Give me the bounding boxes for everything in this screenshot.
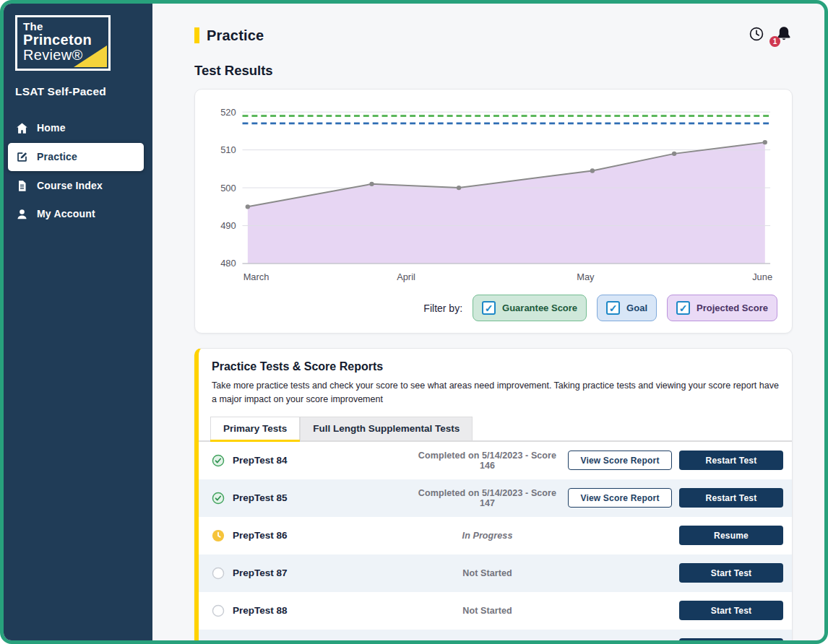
primary-action-slot: Start Test (675, 638, 783, 640)
restart-test-button[interactable]: Restart Test (679, 451, 783, 470)
view-score-report-button[interactable]: View Score Report (568, 451, 672, 470)
test-name-cell: PrepTest 86 (212, 529, 414, 542)
secondary-action-slot: View Score Report (561, 451, 672, 470)
title-accent-bar (194, 27, 199, 43)
view-score-report-button[interactable]: View Score Report (568, 488, 672, 508)
test-name: PrepTest 84 (233, 455, 288, 466)
test-name: PrepTest 86 (233, 530, 288, 541)
start-test-button[interactable]: Start Test (679, 638, 783, 640)
practice-icon (15, 150, 29, 164)
svg-text:490: 490 (220, 220, 236, 231)
product-title: LSAT Self-Paced (15, 85, 141, 98)
practice-tests-description: Take more practice tests and check your … (212, 379, 779, 406)
notification-badge: 1 (769, 36, 780, 47)
sidebar-item-label: Course Index (37, 180, 103, 191)
start-test-button[interactable]: Start Test (679, 601, 783, 620)
filter-projected-score[interactable]: ✓Projected Score (667, 295, 777, 321)
test-status: Not Started (417, 606, 558, 616)
practice-tests-card: Practice Tests & Score Reports Take more… (194, 348, 793, 640)
restart-test-button[interactable]: Restart Test (679, 488, 783, 508)
sidebar-item-label: My Account (37, 208, 95, 219)
home-icon (15, 121, 29, 135)
history-clock-icon[interactable] (749, 26, 764, 45)
status-not-started-icon (212, 567, 225, 580)
page-title: Practice (207, 27, 264, 44)
sidebar-item-my-account[interactable]: My Account (4, 200, 152, 228)
svg-text:May: May (577, 271, 595, 282)
primary-action-slot: Restart Test (675, 451, 783, 470)
status-completed-icon (212, 492, 225, 505)
account-icon (15, 207, 29, 221)
princeton-review-logo: The Princeton Review® (15, 15, 111, 71)
filter-label: Projected Score (697, 303, 768, 313)
svg-text:June: June (752, 271, 772, 282)
test-results-card: 480490500510520MarchAprilMayJune Filter … (194, 89, 793, 334)
filter-guarantee-score[interactable]: ✓Guarantee Score (473, 295, 587, 321)
status-not-started-icon (212, 604, 225, 617)
checkbox-icon[interactable]: ✓ (676, 301, 690, 315)
primary-action-slot: Resume (675, 526, 783, 545)
filter-label: Guarantee Score (502, 303, 577, 313)
test-status: In Progress (417, 531, 558, 541)
status-completed-icon (212, 454, 225, 467)
filter-goal[interactable]: ✓Goal (597, 295, 657, 321)
primary-action-slot: Start Test (675, 563, 783, 583)
test-name-cell: PrepTest 88 (212, 604, 414, 617)
test-name: PrepTest 87 (233, 567, 288, 578)
notifications-bell-icon[interactable]: 1 (775, 25, 793, 45)
svg-text:March: March (243, 271, 269, 282)
svg-text:520: 520 (220, 107, 236, 118)
test-status: Not Started (417, 568, 558, 578)
sidebar-nav: HomePracticeCourse IndexMy Account (4, 114, 152, 228)
test-name-cell: PrepTest 87 (212, 567, 414, 580)
logo-text: The (23, 21, 103, 32)
test-row-preptest-87: PrepTest 87Not StartedStart Test (199, 554, 792, 592)
test-status: Completed on 5/14/2023 - Score 146 (417, 451, 558, 471)
sidebar-item-label: Home (37, 122, 66, 134)
sidebar: The Princeton Review® LSAT Self-Paced Ho… (4, 4, 152, 640)
sidebar-item-home[interactable]: Home (4, 114, 152, 142)
page-title-wrap: Practice (194, 27, 264, 44)
test-row-preptest-89: PrepTest 89Not StartedStart Test (199, 630, 792, 641)
header-icons: 1 (749, 25, 793, 45)
test-name: PrepTest 85 (233, 492, 288, 503)
test-name: PrepTest 88 (233, 605, 288, 616)
app-window: The Princeton Review® LSAT Self-Paced Ho… (0, 0, 828, 644)
checkbox-icon[interactable]: ✓ (482, 301, 496, 315)
tests-table: PrepTest 84Completed on 5/14/2023 - Scor… (199, 442, 792, 641)
test-status: Completed on 5/14/2023 - Score 147 (417, 488, 558, 508)
logo-text: Princeton (23, 32, 103, 48)
main-content: Practice 1 Test Results 480490500510520M… (152, 4, 824, 640)
test-name-cell: PrepTest 84 (212, 454, 414, 467)
tests-tabs: Primary TestsFull Length Supplemental Te… (199, 417, 792, 442)
primary-action-slot: Start Test (675, 601, 783, 620)
test-row-preptest-85: PrepTest 85Completed on 5/14/2023 - Scor… (199, 479, 792, 517)
filter-row: Filter by: ✓Guarantee Score✓Goal✓Project… (210, 295, 777, 321)
svg-text:500: 500 (220, 183, 236, 193)
logo-text: Review® (23, 48, 103, 63)
filter-label: Goal (626, 303, 647, 313)
test-row-preptest-86: PrepTest 86In ProgressResume (199, 517, 792, 554)
filter-by-label: Filter by: (423, 303, 462, 314)
course-index-icon (15, 179, 29, 193)
tab-primary-tests[interactable]: Primary Tests (210, 417, 300, 440)
practice-tests-title: Practice Tests & Score Reports (212, 360, 779, 373)
section-title: Test Results (194, 63, 793, 79)
sidebar-item-label: Practice (37, 151, 77, 162)
score-trend-chart: 480490500510520MarchAprilMayJune (210, 101, 777, 286)
filter-chips: ✓Guarantee Score✓Goal✓Projected Score (473, 295, 777, 321)
primary-action-slot: Restart Test (675, 488, 783, 508)
checkbox-icon[interactable]: ✓ (606, 301, 620, 315)
test-name-cell: PrepTest 85 (212, 492, 414, 505)
svg-text:April: April (397, 271, 415, 282)
sidebar-item-practice[interactable]: Practice (8, 143, 144, 171)
test-row-preptest-84: PrepTest 84Completed on 5/14/2023 - Scor… (199, 442, 792, 479)
svg-text:480: 480 (220, 258, 236, 269)
start-test-button[interactable]: Start Test (679, 563, 783, 583)
svg-text:510: 510 (220, 144, 236, 155)
test-row-preptest-88: PrepTest 88Not StartedStart Test (199, 592, 792, 630)
sidebar-item-course-index[interactable]: Course Index (4, 172, 152, 200)
status-in-progress-icon (212, 529, 225, 542)
resume-button[interactable]: Resume (679, 526, 783, 545)
tab-full-length-supplemental-tests[interactable]: Full Length Supplemental Tests (300, 417, 473, 440)
